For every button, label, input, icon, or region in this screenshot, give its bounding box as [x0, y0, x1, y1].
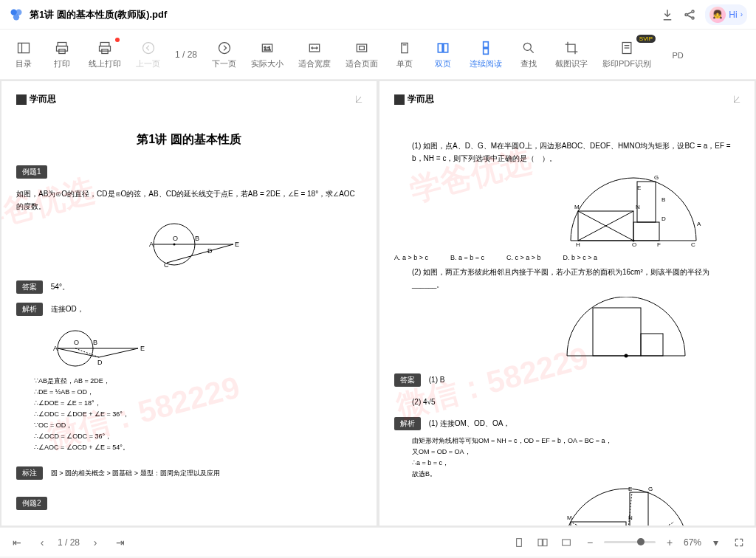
- svg-text:N: N: [636, 204, 640, 210]
- svg-line-28: [531, 50, 534, 53]
- catalog-icon: [16, 39, 31, 57]
- page-counter[interactable]: 1 / 28: [58, 537, 80, 548]
- geometry-diagram-1: AOBCDE: [16, 218, 362, 270]
- single-page-button[interactable]: 单页: [387, 36, 422, 72]
- avatar-icon: 👧: [709, 7, 726, 23]
- svg-rect-75: [571, 522, 626, 526]
- pdf-page-2: 学爸优选 微信：582229 学而思 ⟀ (1) 如图，点A、D、G、M在半圆O…: [379, 81, 755, 526]
- zoom-slider[interactable]: [604, 541, 656, 543]
- svg-point-14: [142, 43, 154, 54]
- svg-text:A: A: [697, 221, 701, 227]
- actual-size-icon: 1:1: [260, 39, 275, 57]
- shadow-pdf-button[interactable]: SVIP 影印PDF识别: [597, 36, 657, 72]
- svg-text:G: G: [648, 486, 653, 492]
- option-a: A. a > b > c: [394, 254, 428, 261]
- online-print-button[interactable]: 线上打印: [83, 36, 127, 72]
- problem-text: (1) 如图，点A、D、G、M在半圆O上，四边形ABOC、DEOF、HMNO均为…: [412, 140, 740, 165]
- svg-text:O: O: [74, 339, 79, 346]
- zoom-out-button[interactable]: −: [580, 533, 599, 552]
- view-double-icon[interactable]: [533, 533, 552, 552]
- svip-badge-icon: SVIP: [636, 35, 656, 43]
- continuous-icon: [478, 39, 493, 57]
- main-toolbar: 目录 打印 线上打印 上一页 1 / 28 下一页 1:1 实际大小 适合宽度 …: [0, 30, 756, 80]
- zoom-dropdown-icon[interactable]: ▾: [706, 533, 725, 552]
- svg-point-35: [173, 244, 176, 246]
- analysis-tag: 解析: [16, 303, 43, 316]
- find-button[interactable]: 查找: [511, 36, 546, 72]
- svg-text:A: A: [149, 241, 154, 248]
- example-tag: 例题2: [16, 497, 47, 510]
- svg-rect-19: [357, 44, 366, 52]
- svg-rect-90: [517, 538, 522, 546]
- svg-rect-93: [563, 540, 571, 545]
- share-icon[interactable]: [683, 8, 696, 21]
- svg-text:O: O: [632, 241, 636, 248]
- print-button[interactable]: 打印: [44, 36, 80, 72]
- pd-button[interactable]: PD: [660, 46, 695, 63]
- svg-rect-9: [57, 46, 68, 52]
- page-indicator[interactable]: 1 / 28: [169, 49, 203, 60]
- pdf-viewport[interactable]: 学爸优选 微信：582229 学而思 ⟀ 第1讲 圆的基本性质 例题1 如图，A…: [0, 80, 756, 527]
- analysis-line: ∴DE = ½AB = OD，: [34, 388, 362, 397]
- page-brand: 学而思: [394, 93, 740, 106]
- first-page-button[interactable]: ⇤: [7, 533, 27, 552]
- download-icon[interactable]: [661, 8, 674, 21]
- geometry-diagram-5: HOFCMNEGD: [512, 485, 740, 526]
- next-page-button[interactable]: 下一页: [206, 36, 242, 72]
- view-continuous-icon[interactable]: [557, 533, 576, 552]
- analysis-line: 又OM = OD = OA，: [412, 447, 740, 457]
- svg-text:H: H: [576, 241, 580, 248]
- fullscreen-button[interactable]: [729, 533, 749, 552]
- analysis-line: 连接OD，: [51, 305, 84, 313]
- prev-page-button[interactable]: 上一页: [130, 36, 166, 72]
- svg-text:M: M: [574, 204, 580, 210]
- option-c: C. c > a > b: [506, 254, 541, 261]
- notification-dot-icon: [115, 38, 120, 42]
- catalog-button[interactable]: 目录: [6, 36, 41, 72]
- analysis-line: ∵AB是直径，AB = 2DE，: [34, 376, 362, 386]
- svg-text:D: D: [662, 216, 666, 222]
- analysis-line: 故选B。: [412, 469, 740, 479]
- geometry-diagram-2: AOBDE: [46, 326, 362, 371]
- zoom-level: 67%: [684, 537, 701, 548]
- svg-rect-71: [593, 308, 641, 356]
- last-page-button[interactable]: ⇥: [111, 533, 130, 552]
- svg-text:C: C: [691, 241, 695, 248]
- svg-point-27: [523, 43, 531, 50]
- svg-text:N: N: [628, 514, 633, 521]
- view-single-icon[interactable]: [509, 533, 529, 552]
- zoom-in-button[interactable]: +: [660, 533, 679, 552]
- fit-page-icon: [354, 39, 369, 57]
- print-icon: [55, 39, 69, 57]
- continuous-button[interactable]: 连续阅读: [464, 36, 508, 72]
- answer-tag: 答案: [394, 373, 421, 387]
- svg-text:F: F: [657, 241, 661, 248]
- zoom-thumb[interactable]: [637, 538, 645, 545]
- next-page-button[interactable]: ›: [86, 533, 105, 552]
- online-print-icon: [97, 39, 112, 57]
- geometry-diagram-3: HOFCMNGDAEB: [527, 170, 740, 248]
- double-page-button[interactable]: 双页: [425, 36, 461, 72]
- svg-rect-54: [633, 222, 659, 241]
- svg-text:C: C: [164, 261, 169, 269]
- document-filename: 第1讲 圆的基本性质(教师版).pdf: [30, 8, 661, 21]
- answer-text: (2) 4√5: [412, 396, 740, 408]
- analysis-line: ∴∠OCD = ∠ODC = 36°，: [34, 432, 362, 441]
- svg-point-73: [625, 354, 628, 358]
- fit-width-button[interactable]: 适合宽度: [292, 36, 337, 72]
- fit-page-button[interactable]: 适合页面: [340, 36, 384, 72]
- screenshot-ocr-button[interactable]: 截图识字: [549, 36, 594, 72]
- prev-page-button[interactable]: ‹: [32, 533, 52, 552]
- analysis-line: ∵OC = OD，: [34, 421, 362, 430]
- svg-text:B: B: [662, 196, 665, 203]
- page-corner-icon: ⟀: [734, 93, 740, 105]
- svg-rect-91: [538, 539, 542, 545]
- svg-text:B: B: [93, 339, 97, 346]
- actual-size-button[interactable]: 1:1 实际大小: [245, 36, 289, 72]
- document-title: 第1讲 圆的基本性质: [16, 132, 362, 148]
- svg-text:B: B: [195, 235, 199, 242]
- user-badge[interactable]: 👧 Hi ›: [705, 4, 747, 25]
- svg-rect-8: [58, 43, 66, 46]
- geometry-diagram-4: [512, 297, 740, 363]
- svg-point-2: [13, 14, 19, 20]
